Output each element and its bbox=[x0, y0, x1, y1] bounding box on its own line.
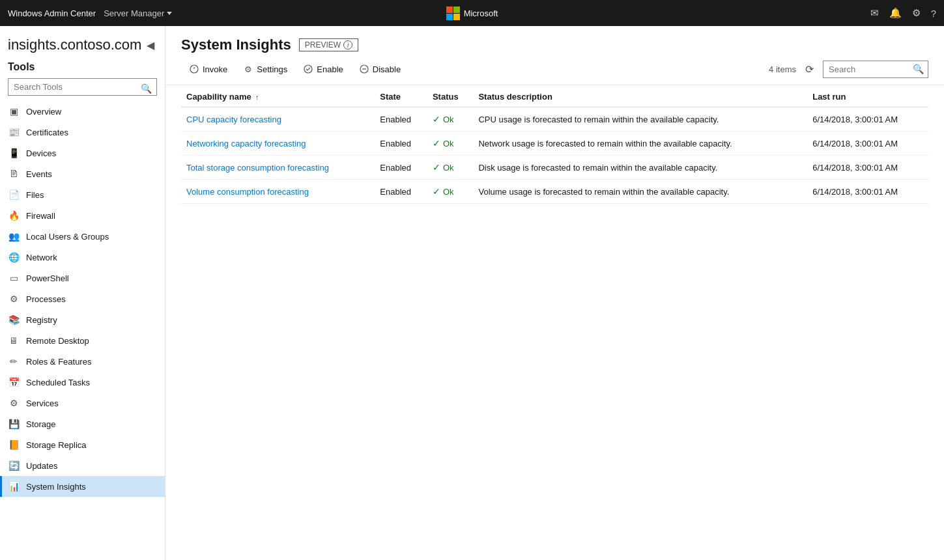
cell-last-run-0: 6/14/2018, 3:00:01 AM bbox=[807, 107, 928, 132]
sidebar-item-updates[interactable]: 🔄 Updates bbox=[0, 455, 165, 476]
sidebar-header: insights.contoso.com ◀ bbox=[0, 26, 165, 59]
cell-capability-0[interactable]: CPU capacity forecasting bbox=[181, 107, 375, 132]
cell-capability-3[interactable]: Volume consumption forecasting bbox=[181, 180, 375, 204]
email-icon[interactable]: ✉ bbox=[870, 7, 879, 19]
sidebar-item-devices[interactable]: 📱 Devices bbox=[0, 143, 165, 163]
sidebar-item-local-users[interactable]: 👥 Local Users & Groups bbox=[0, 226, 165, 247]
capability-link-1[interactable]: Networking capacity forecasting bbox=[186, 139, 306, 148]
toolbar: Invoke ⚙ Settings Enable bbox=[165, 53, 944, 85]
sidebar-item-services[interactable]: ⚙ Services bbox=[0, 393, 165, 413]
sidebar-item-files[interactable]: 📄 Files bbox=[0, 184, 165, 205]
sort-arrow-icon: ↑ bbox=[255, 94, 259, 101]
remote-icon: 🖥 bbox=[8, 335, 20, 346]
items-count: 4 items bbox=[769, 64, 796, 74]
storage-replica-icon: 📙 bbox=[8, 439, 20, 451]
tasks-icon: 📅 bbox=[8, 376, 20, 388]
services-icon: ⚙ bbox=[8, 397, 20, 409]
sidebar-item-label-roles-features: Roles & Features bbox=[26, 357, 91, 367]
sidebar-collapse-button[interactable]: ◀ bbox=[144, 38, 157, 53]
sidebar-item-storage[interactable]: 💾 Storage bbox=[0, 413, 165, 434]
sidebar-item-label-scheduled-tasks: Scheduled Tasks bbox=[26, 378, 90, 387]
enable-button[interactable]: Enable bbox=[295, 60, 350, 78]
sidebar-item-label-registry: Registry bbox=[26, 315, 57, 325]
sidebar-item-scheduled-tasks[interactable]: 📅 Scheduled Tasks bbox=[0, 372, 165, 393]
disable-button[interactable]: Disable bbox=[351, 60, 408, 78]
sidebar-item-label-local-users: Local Users & Groups bbox=[26, 232, 109, 242]
enable-label: Enable bbox=[317, 64, 343, 74]
settings-button[interactable]: ⚙ Settings bbox=[235, 60, 295, 78]
sidebar-host: insights.contoso.com bbox=[8, 36, 141, 53]
col-last-run: Last run bbox=[807, 85, 928, 107]
table-header-row: Capability name ↑ State Status Status de… bbox=[181, 85, 928, 107]
refresh-button[interactable]: ⟳ bbox=[801, 61, 818, 77]
invoke-button[interactable]: Invoke bbox=[181, 60, 235, 78]
page-title: System Insights bbox=[181, 36, 291, 53]
sidebar-item-label-events: Events bbox=[26, 169, 52, 179]
table-row[interactable]: Networking capacity forecasting Enabled … bbox=[181, 132, 928, 156]
sidebar-item-powershell[interactable]: ▭ PowerShell bbox=[0, 268, 165, 288]
cell-last-run-3: 6/14/2018, 3:00:01 AM bbox=[807, 180, 928, 204]
sidebar-item-label-overview: Overview bbox=[26, 107, 61, 117]
topbar-center: Microsoft bbox=[317, 7, 627, 20]
table-area: Capability name ↑ State Status Status de… bbox=[165, 85, 944, 560]
sidebar-item-remote-desktop[interactable]: 🖥 Remote Desktop bbox=[0, 330, 165, 351]
cell-status-1: ✓ Ok bbox=[427, 132, 474, 156]
settings-toolbar-icon: ⚙ bbox=[243, 64, 253, 74]
ms-sq-yellow bbox=[453, 14, 460, 20]
search-tools-icon: 🔍 bbox=[141, 83, 152, 94]
sidebar-item-label-storage-replica: Storage Replica bbox=[26, 440, 87, 450]
col-capability: Capability name ↑ bbox=[181, 85, 375, 107]
help-icon[interactable]: ? bbox=[931, 8, 936, 19]
settings-icon[interactable]: ⚙ bbox=[912, 7, 921, 19]
files-icon: 📄 bbox=[8, 189, 20, 201]
sidebar-item-label-network: Network bbox=[26, 253, 57, 262]
capabilities-table: Capability name ↑ State Status Status de… bbox=[181, 85, 928, 204]
preview-badge: PREVIEW i bbox=[299, 38, 358, 51]
invoke-label: Invoke bbox=[203, 64, 227, 74]
cell-status-0: ✓ Ok bbox=[427, 107, 474, 132]
sidebar-search-container: 🔍 bbox=[0, 76, 165, 101]
cell-last-run-2: 6/14/2018, 3:00:01 AM bbox=[807, 156, 928, 180]
sidebar-item-events[interactable]: 🖹 Events bbox=[0, 163, 165, 184]
sidebar-item-overview[interactable]: ▣ Overview bbox=[0, 101, 165, 122]
settings-label: Settings bbox=[257, 64, 287, 74]
cell-state-2: Enabled bbox=[375, 156, 427, 180]
sidebar-item-label-services: Services bbox=[26, 399, 59, 408]
invoke-icon bbox=[189, 64, 199, 74]
cell-state-3: Enabled bbox=[375, 180, 427, 204]
cell-capability-1[interactable]: Networking capacity forecasting bbox=[181, 132, 375, 156]
cell-capability-2[interactable]: Total storage consumption forecasting bbox=[181, 156, 375, 180]
sidebar-item-network[interactable]: 🌐 Network bbox=[0, 247, 165, 268]
capability-link-0[interactable]: CPU capacity forecasting bbox=[186, 115, 281, 124]
table-row[interactable]: CPU capacity forecasting Enabled ✓ Ok CP… bbox=[181, 107, 928, 132]
chevron-down-icon bbox=[167, 12, 172, 15]
sidebar-item-certificates[interactable]: 📰 Certificates bbox=[0, 122, 165, 143]
sidebar-item-system-insights[interactable]: 📊 System Insights bbox=[0, 476, 165, 497]
overview-icon: ▣ bbox=[8, 105, 20, 117]
microsoft-logo: Microsoft bbox=[446, 7, 498, 20]
storage-icon: 💾 bbox=[8, 418, 20, 430]
sidebar-item-label-system-insights: System Insights bbox=[26, 482, 86, 492]
content-area: System Insights PREVIEW i Invoke ⚙ Setti… bbox=[165, 26, 944, 560]
bell-icon[interactable]: 🔔 bbox=[889, 7, 902, 19]
server-manager-label: Server Manager bbox=[104, 8, 164, 18]
col-description: Status description bbox=[473, 85, 807, 107]
ms-sq-blue bbox=[446, 14, 453, 20]
search-tools-input[interactable] bbox=[8, 78, 157, 96]
sidebar-item-storage-replica[interactable]: 📙 Storage Replica bbox=[0, 434, 165, 455]
cell-status-3: ✓ Ok bbox=[427, 180, 474, 204]
preview-info-icon: i bbox=[343, 40, 352, 49]
table-row[interactable]: Volume consumption forecasting Enabled ✓… bbox=[181, 180, 928, 204]
content-search-input[interactable] bbox=[823, 61, 928, 77]
svg-point-2 bbox=[304, 65, 312, 73]
sidebar-item-firewall[interactable]: 🔥 Firewall bbox=[0, 205, 165, 226]
sidebar-item-roles-features[interactable]: ✏ Roles & Features bbox=[0, 351, 165, 372]
sidebar-item-registry[interactable]: 📚 Registry bbox=[0, 309, 165, 330]
microsoft-label: Microsoft bbox=[464, 8, 498, 18]
server-manager-menu[interactable]: Server Manager bbox=[104, 8, 172, 18]
topbar-left: Windows Admin Center Server Manager bbox=[8, 8, 317, 18]
sidebar-item-processes[interactable]: ⚙ Processes bbox=[0, 288, 165, 309]
capability-link-3[interactable]: Volume consumption forecasting bbox=[186, 187, 309, 197]
table-row[interactable]: Total storage consumption forecasting En… bbox=[181, 156, 928, 180]
capability-link-2[interactable]: Total storage consumption forecasting bbox=[186, 163, 329, 173]
